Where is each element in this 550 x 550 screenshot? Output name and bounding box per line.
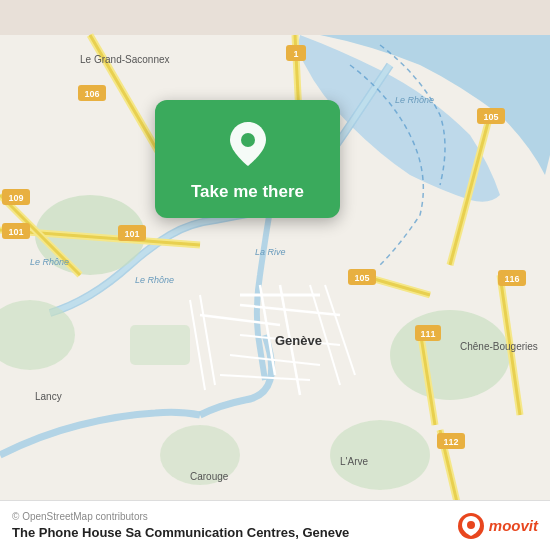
map-container: 101 106 1 105 105 116 111 112 109 101 Le… bbox=[0, 0, 550, 550]
bottom-left-content: © OpenStreetMap contributors The Phone H… bbox=[12, 511, 349, 540]
svg-rect-6 bbox=[130, 325, 190, 365]
svg-text:Le Grand-Saconnex: Le Grand-Saconnex bbox=[80, 54, 170, 65]
bottom-bar: © OpenStreetMap contributors The Phone H… bbox=[0, 500, 550, 550]
svg-text:Le Rhône: Le Rhône bbox=[395, 95, 434, 105]
svg-text:Chêne-Bougeries: Chêne-Bougeries bbox=[460, 341, 538, 352]
moovit-icon bbox=[457, 512, 485, 540]
svg-text:1: 1 bbox=[293, 49, 298, 59]
svg-text:La Rive: La Rive bbox=[255, 247, 286, 257]
svg-text:Carouge: Carouge bbox=[190, 471, 229, 482]
svg-text:101: 101 bbox=[8, 227, 23, 237]
svg-text:116: 116 bbox=[504, 274, 519, 284]
action-card[interactable]: Take me there bbox=[155, 100, 340, 218]
svg-point-69 bbox=[467, 521, 475, 529]
svg-text:112: 112 bbox=[443, 437, 458, 447]
svg-text:L'Arve: L'Arve bbox=[340, 456, 368, 467]
svg-text:Le Rhône: Le Rhône bbox=[30, 257, 69, 267]
svg-point-4 bbox=[330, 420, 430, 490]
svg-text:101: 101 bbox=[124, 229, 139, 239]
svg-text:Lancy: Lancy bbox=[35, 391, 62, 402]
venue-name: The Phone House Sa Communication Centres… bbox=[12, 525, 349, 540]
moovit-logo: moovit bbox=[457, 512, 538, 540]
location-pin-icon bbox=[222, 118, 274, 170]
svg-text:111: 111 bbox=[420, 329, 435, 339]
svg-text:105: 105 bbox=[354, 273, 369, 283]
svg-text:109: 109 bbox=[8, 193, 23, 203]
attribution-text: © OpenStreetMap contributors bbox=[12, 511, 349, 522]
moovit-text: moovit bbox=[489, 517, 538, 534]
svg-text:105: 105 bbox=[483, 112, 498, 122]
svg-text:106: 106 bbox=[84, 89, 99, 99]
take-me-there-button-label: Take me there bbox=[191, 182, 304, 202]
svg-text:Le Rhône: Le Rhône bbox=[135, 275, 174, 285]
svg-point-3 bbox=[390, 310, 510, 400]
svg-point-67 bbox=[241, 133, 255, 147]
svg-text:Genève: Genève bbox=[275, 333, 322, 348]
map-background: 101 106 1 105 105 116 111 112 109 101 Le… bbox=[0, 0, 550, 550]
